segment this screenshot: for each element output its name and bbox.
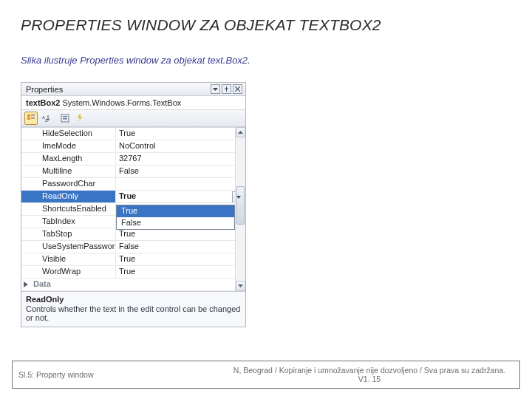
property-row[interactable]: HideSelectionTrue xyxy=(21,128,245,140)
svg-marker-0 xyxy=(213,88,218,91)
property-name: HideSelection xyxy=(21,128,116,140)
property-row[interactable]: ReadOnlyTrue xyxy=(21,191,245,203)
property-value[interactable] xyxy=(116,178,245,190)
dropdown-option[interactable]: False xyxy=(117,217,234,229)
property-value[interactable]: NoControl xyxy=(116,140,245,152)
dropdown-button-icon[interactable] xyxy=(211,84,220,94)
property-value[interactable]: True xyxy=(116,128,245,140)
events-tab-button[interactable] xyxy=(73,112,86,125)
dropdown-option[interactable]: True xyxy=(117,205,234,217)
property-row[interactable]: VisibleTrue xyxy=(21,253,245,266)
property-name: ShortcutsEnabled xyxy=(21,203,116,215)
property-name: TabIndex xyxy=(21,216,116,228)
property-row[interactable]: MultilineFalse xyxy=(21,166,245,178)
property-row[interactable]: WordWrapTrue xyxy=(21,266,245,279)
property-value[interactable]: True xyxy=(116,253,245,265)
copyright-line: N, Beograd / Kopiranje i umnožavanje nij… xyxy=(225,366,514,375)
property-name: WordWrap xyxy=(21,266,116,278)
property-value[interactable]: False xyxy=(116,241,245,253)
properties-toolbar: AZ xyxy=(21,110,245,127)
scroll-down-icon[interactable] xyxy=(236,281,245,291)
svg-rect-9 xyxy=(63,118,67,120)
property-name: MaxLength xyxy=(21,153,116,165)
svg-rect-8 xyxy=(63,116,67,117)
property-name: ImeMode xyxy=(21,140,116,152)
svg-rect-1 xyxy=(27,115,30,117)
copyright-block: N, Beograd / Kopiranje i umnožavanje nij… xyxy=(219,361,519,388)
svg-rect-4 xyxy=(31,117,35,119)
property-name: Multiline xyxy=(21,166,116,177)
help-property-desc: Controls whether the text in the edit co… xyxy=(26,304,241,322)
page-title: PROPERTIES WINDOW ZA OBJEKAT TEXTBOX2 xyxy=(21,16,511,34)
object-type: System.Windows.Forms.TextBox xyxy=(63,98,182,107)
categorized-button[interactable] xyxy=(24,112,38,125)
version-line: V1. 15 xyxy=(225,375,514,383)
property-value[interactable]: True xyxy=(116,228,245,240)
category-label: Data xyxy=(32,279,245,290)
property-row[interactable]: ImeModeNoControl xyxy=(21,140,245,153)
help-property-name: ReadOnly xyxy=(26,295,241,304)
property-row[interactable]: PasswordChar xyxy=(21,178,245,191)
property-name: UseSystemPasswordChar xyxy=(21,241,116,253)
property-row[interactable]: UseSystemPasswordCharFalse xyxy=(21,241,245,253)
svg-marker-11 xyxy=(24,282,28,287)
pin-icon[interactable] xyxy=(222,84,231,94)
page-subtitle: Slika ilustruje Properties window za obj… xyxy=(21,55,511,66)
property-name: Visible xyxy=(21,253,116,265)
page-footer: Sl.5: Property window N, Beograd / Kopir… xyxy=(12,361,520,389)
figure-caption: Sl.5: Property window xyxy=(13,361,219,388)
properties-grid: HideSelectionTrueImeModeNoControlMaxLeng… xyxy=(21,127,245,291)
panel-title: Properties xyxy=(26,85,209,94)
properties-window: Properties textBox2 System.Windows.Forms… xyxy=(21,82,246,327)
property-name: PasswordChar xyxy=(21,178,116,190)
alphabetical-button[interactable]: AZ xyxy=(39,112,52,125)
object-selector[interactable]: textBox2 System.Windows.Forms.TextBox xyxy=(21,96,245,110)
category-row[interactable]: Data xyxy=(21,279,245,291)
svg-rect-2 xyxy=(27,117,30,120)
close-icon[interactable] xyxy=(233,84,242,94)
svg-marker-10 xyxy=(78,115,82,122)
value-dropdown[interactable]: TrueFalse xyxy=(116,205,235,230)
expand-icon[interactable] xyxy=(21,279,32,290)
panel-header: Properties xyxy=(21,83,245,96)
object-name: textBox2 xyxy=(26,98,60,107)
property-row[interactable]: TabStopTrue xyxy=(21,228,245,241)
scroll-up-icon[interactable] xyxy=(236,127,245,137)
property-value[interactable]: True xyxy=(116,266,245,278)
svg-marker-13 xyxy=(238,284,243,287)
property-value[interactable]: 32767 xyxy=(116,153,245,165)
property-value[interactable]: False xyxy=(116,166,245,177)
vertical-scrollbar[interactable] xyxy=(235,127,245,291)
scroll-thumb[interactable] xyxy=(236,186,245,225)
property-name: ReadOnly xyxy=(21,191,116,202)
property-row[interactable]: MaxLength32767 xyxy=(21,153,245,166)
property-value[interactable]: True xyxy=(116,191,245,202)
property-name: TabStop xyxy=(21,228,116,240)
svg-rect-3 xyxy=(31,115,35,116)
svg-marker-12 xyxy=(238,131,243,134)
properties-tab-button[interactable] xyxy=(58,112,72,125)
help-panel: ReadOnly Controls whether the text in th… xyxy=(21,291,245,327)
